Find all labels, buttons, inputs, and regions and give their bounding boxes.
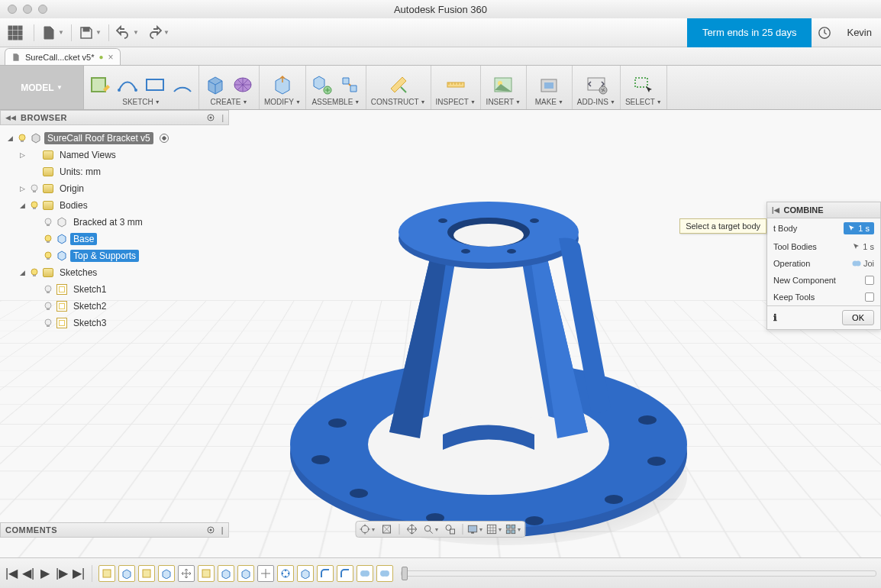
operation-dropdown[interactable]: Joi: [852, 259, 874, 268]
plane-icon[interactable]: [387, 73, 410, 96]
timeline-step-back-icon[interactable]: ◀|: [21, 567, 35, 580]
timeline-combine-icon[interactable]: [357, 565, 373, 582]
document-tab[interactable]: SureCall...cket v5* ● ×: [5, 48, 121, 65]
fit-icon[interactable]: [442, 522, 459, 536]
timeline-extrude-icon[interactable]: [218, 565, 234, 582]
job-status-icon[interactable]: [812, 26, 837, 40]
tree-bodies[interactable]: ◢ Bodies: [3, 197, 229, 214]
timeline-start-icon[interactable]: |◀: [5, 567, 18, 580]
press-pull-icon[interactable]: [271, 73, 294, 96]
dialog-header[interactable]: |◀ COMBINE: [767, 202, 880, 218]
close-window-icon[interactable]: [8, 5, 17, 14]
look-at-icon[interactable]: [379, 522, 395, 536]
timeline-sketch-icon[interactable]: [98, 565, 115, 582]
timeline-combine-icon[interactable]: [376, 565, 393, 582]
select-icon[interactable]: [632, 73, 655, 96]
collapse-arrow-icon[interactable]: ◢: [18, 269, 26, 276]
visibility-icon[interactable]: [17, 133, 27, 144]
timeline-sketch-icon[interactable]: [138, 565, 155, 582]
tree-named-views[interactable]: ▷ Named Views: [3, 147, 229, 163]
activate-radio-icon[interactable]: [160, 134, 169, 143]
rectangle-icon[interactable]: [144, 73, 166, 96]
save-button[interactable]: ▼: [75, 21, 105, 44]
timeline-extrude-icon[interactable]: [297, 565, 314, 582]
collapse-arrow-icon[interactable]: ◢: [6, 134, 14, 142]
timeline-extrude-icon[interactable]: [158, 565, 175, 582]
timeline-extrude-icon[interactable]: [237, 565, 254, 582]
joint-icon[interactable]: [338, 73, 361, 96]
tree-sketches[interactable]: ◢ Sketches: [3, 264, 229, 281]
expand-arrow-icon[interactable]: ▷: [18, 151, 26, 159]
tree-sketch-item[interactable]: Sketch2: [3, 298, 229, 315]
display-settings-icon[interactable]: ▼: [467, 522, 484, 536]
redo-button[interactable]: ▼: [143, 21, 173, 44]
collapse-icon[interactable]: |◀: [772, 206, 779, 214]
info-icon[interactable]: ℹ: [773, 312, 777, 323]
form-icon[interactable]: [231, 73, 254, 96]
timeline-sketch-icon[interactable]: [198, 565, 215, 582]
collapse-arrow-icon[interactable]: ◢: [18, 202, 26, 209]
timeline-move-icon[interactable]: [257, 565, 274, 582]
visibility-icon[interactable]: [43, 250, 53, 261]
tree-sketch-item[interactable]: Sketch1: [3, 281, 229, 298]
comments-header[interactable]: COMMENTS |: [0, 522, 229, 538]
timeline-move-icon[interactable]: [178, 565, 195, 582]
new-component-icon[interactable]: [311, 73, 334, 96]
pin-icon[interactable]: [206, 525, 215, 535]
box-icon[interactable]: [204, 73, 227, 96]
print-3d-icon[interactable]: [537, 73, 560, 96]
ok-button[interactable]: OK: [842, 310, 874, 325]
zoom-icon[interactable]: ▼: [423, 522, 440, 536]
tree-body-item[interactable]: Base: [3, 231, 229, 247]
visibility-icon[interactable]: [29, 183, 40, 194]
model-body[interactable]: [275, 148, 702, 557]
new-component-checkbox[interactable]: [865, 276, 874, 285]
viewport[interactable]: ◀◀ BROWSER | ◢ SureCall Roof Bracket v5 …: [0, 110, 881, 557]
target-body-selector[interactable]: 1 s: [844, 222, 874, 234]
term-notice[interactable]: Term ends in 25 days: [687, 18, 812, 47]
minimize-window-icon[interactable]: [23, 5, 32, 14]
combine-dialog[interactable]: |◀ COMBINE t Body 1 s Tool Bodies 1 s Op…: [766, 202, 881, 330]
timeline-track[interactable]: [401, 570, 876, 577]
visibility-icon[interactable]: [29, 200, 40, 211]
visibility-icon[interactable]: [43, 284, 53, 295]
visibility-icon[interactable]: [43, 301, 53, 312]
grid-settings-icon[interactable]: ▼: [486, 522, 503, 536]
grid-menu-icon[interactable]: [0, 21, 31, 44]
zoom-window-icon[interactable]: [38, 5, 47, 14]
pan-icon[interactable]: [404, 522, 421, 536]
visibility-icon[interactable]: [43, 217, 53, 228]
viewport-layout-icon[interactable]: ▼: [505, 522, 522, 536]
timeline-play-icon[interactable]: ▶: [38, 567, 52, 580]
timeline-end-icon[interactable]: ▶|: [72, 567, 86, 580]
collapse-icon[interactable]: ◀◀: [5, 114, 16, 121]
browser-header[interactable]: ◀◀ BROWSER |: [0, 110, 229, 125]
tool-bodies-selector[interactable]: 1 s: [853, 242, 874, 251]
visibility-icon[interactable]: [43, 234, 53, 244]
timeline-fillet-icon[interactable]: [337, 565, 353, 582]
file-menu[interactable]: ▼: [37, 21, 68, 44]
timeline-pattern-icon[interactable]: [277, 565, 294, 582]
pin-icon[interactable]: [206, 113, 215, 122]
tree-body-item[interactable]: Bracked at 3 mm: [3, 214, 229, 231]
undo-button[interactable]: ▼: [112, 21, 143, 44]
timeline-extrude-icon[interactable]: [118, 565, 135, 582]
create-sketch-icon[interactable]: [89, 73, 111, 96]
measure-icon[interactable]: [444, 73, 467, 96]
visibility-icon[interactable]: [29, 267, 40, 278]
timeline-playhead[interactable]: [402, 567, 408, 580]
tree-body-item[interactable]: Top & Supports: [3, 247, 229, 264]
close-tab-icon[interactable]: ×: [108, 52, 114, 63]
timeline-step-forward-icon[interactable]: |▶: [55, 567, 69, 580]
tree-root[interactable]: ◢ SureCall Roof Bracket v5: [3, 130, 229, 147]
visibility-icon[interactable]: [43, 318, 53, 328]
timeline-fillet-icon[interactable]: [317, 565, 334, 582]
expand-arrow-icon[interactable]: ▷: [18, 185, 26, 192]
tree-origin[interactable]: ▷ Origin: [3, 180, 229, 197]
orbit-icon[interactable]: ▼: [360, 522, 376, 536]
tree-sketch-item[interactable]: Sketch3: [3, 315, 229, 331]
keep-tools-checkbox[interactable]: [865, 292, 874, 302]
spline-icon[interactable]: [116, 73, 139, 96]
arc-icon[interactable]: [171, 73, 194, 96]
tree-units[interactable]: Units: mm: [3, 163, 229, 180]
